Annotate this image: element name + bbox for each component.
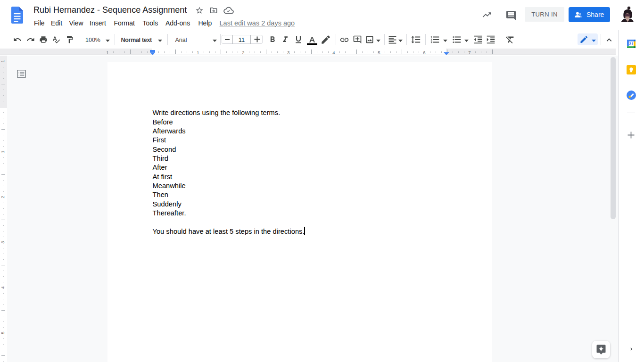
svg-text:31: 31: [629, 41, 634, 46]
